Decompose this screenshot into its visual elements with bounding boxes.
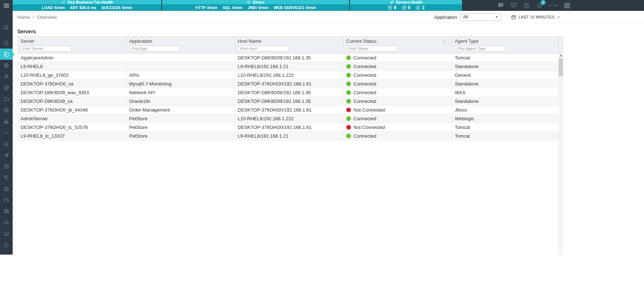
- cell-server: L9-RHEL8: [21, 64, 43, 69]
- cell-server: ApplicareAdmin: [21, 55, 54, 60]
- table-row[interactable]: L9-RHEL8L9-RHEL8/192.168.1.21ConnectedSt…: [17, 62, 559, 71]
- table-row[interactable]: DESKTOP-D8K9D09_saOracle19cDESKTOP-D8K9D…: [17, 97, 559, 106]
- column-header-agent-type[interactable]: Agent Type: [452, 37, 559, 53]
- filter-input-application[interactable]: [129, 46, 180, 51]
- sidebar-search-button[interactable]: [0, 22, 13, 33]
- filter-input-agent-type[interactable]: [455, 46, 505, 51]
- table-scrollbar[interactable]: [558, 54, 563, 255]
- breadcrumb-item-overview[interactable]: Overview: [37, 14, 57, 20]
- status-dot: [346, 64, 351, 69]
- table-row[interactable]: L9-RHEL8_tc_13337PetStoreL9-RHEL8/192.16…: [17, 132, 559, 141]
- filter-input-current-status[interactable]: [346, 46, 397, 51]
- sidebar-item-repository[interactable]: [0, 93, 13, 105]
- sidebar-item-home[interactable]: [0, 37, 13, 49]
- kpi-metric-value: 835.6 ms: [80, 5, 96, 10]
- kpi-metric: SQL0/min: [223, 5, 242, 10]
- calendar-icon: [511, 14, 516, 20]
- status-dot: [346, 81, 351, 86]
- sidebar-item-servers[interactable]: [0, 49, 13, 60]
- cell-application: Order Management: [129, 107, 170, 113]
- cell-server: L9-RHEL8_tc_13337: [21, 133, 64, 139]
- calendar-icon: [3, 163, 9, 169]
- notifications-button[interactable]: 7: [536, 2, 543, 9]
- cell-agent: Standalone: [455, 64, 479, 69]
- help-button[interactable]: [523, 2, 530, 9]
- trend-icon: [3, 130, 9, 136]
- arrow-down-circle-icon: [415, 5, 420, 10]
- notification-badge: 7: [541, 0, 546, 5]
- scrollbar-thumb[interactable]: [559, 58, 563, 76]
- kpi-metric-label: SUCCESS: [101, 5, 120, 10]
- cell-application: PetStore: [129, 116, 148, 121]
- kpi-metric: ART835.6 ms: [70, 5, 96, 10]
- table-row[interactable]: DESKTOP-D8K9D09_was_9353Network APIDESKT…: [17, 88, 559, 97]
- folder-icon: [3, 197, 9, 203]
- dropdown-arrow-icon: [495, 15, 499, 19]
- status-text: Not Connected: [353, 107, 385, 113]
- kpi-panel[interactable]: Key Business Txn HealthLOAD6/minART835.6…: [13, 0, 161, 11]
- table-row[interactable]: DESKTOP-376OHO0_jb_44348Order Management…: [17, 106, 559, 114]
- sidebar-item-transactions[interactable]: [0, 82, 13, 93]
- cell-agent: Standalone: [455, 81, 479, 87]
- sidebar-item-cloud[interactable]: [0, 217, 13, 228]
- kpi-panel[interactable]: ErrorsHTTP0/minSQL0/minJNDI0/minWEB SERV…: [162, 0, 349, 11]
- table-row[interactable]: L10-RHEL8_ge_37802APIsL10-RHEL8/192.168.…: [17, 71, 559, 80]
- cell-host: L10-RHEL8/192.168.1.222: [238, 116, 294, 121]
- table-row[interactable]: ApplicareAdminDESKTOP-D8K9D09/192.168.1.…: [17, 54, 559, 62]
- cell-host: L9-RHEL8/192.168.1.21: [238, 64, 288, 69]
- time-range-select[interactable]: LAST 15 MINUTES: [511, 14, 560, 20]
- sort-chevron-icon[interactable]: [442, 39, 446, 45]
- sidebar-item-applications[interactable]: [0, 60, 13, 71]
- kpi-panel-title: Errors: [253, 0, 264, 4]
- column-label: Agent Type: [455, 38, 479, 44]
- column-header-application[interactable]: Application: [126, 37, 235, 53]
- kpi-metric: SUCCESS6/min: [101, 5, 132, 10]
- table-row[interactable]: AdminServerPetStoreL10-RHEL8/192.168.1.2…: [17, 114, 559, 123]
- table-body: ApplicareAdminDESKTOP-D8K9D09/192.168.1.…: [17, 54, 559, 141]
- sidebar-item-logs[interactable]: [0, 206, 13, 217]
- server-health-down: 2: [415, 5, 424, 10]
- breadcrumb-item-home[interactable]: Home: [17, 14, 30, 20]
- application-select[interactable]: All: [460, 13, 501, 21]
- column-header-current-status[interactable]: Current Status: [343, 37, 452, 53]
- sidebar-item-users[interactable]: [0, 71, 13, 82]
- page-title: Servers: [17, 29, 36, 34]
- sidebar-item-schedules[interactable]: [0, 161, 13, 172]
- sidebar-item-tags[interactable]: [0, 172, 13, 183]
- global-filters: Application All LAST 15 MINUTES: [434, 11, 560, 23]
- sidebar-item-files[interactable]: [0, 194, 13, 206]
- cell-application: Mysql5.7-Monitoring: [129, 81, 171, 87]
- chat-outline-button[interactable]: [510, 2, 517, 9]
- sidebar-item-notifications[interactable]: [0, 150, 13, 161]
- table-row[interactable]: DESKTOP-376OHO0_tc_52576PetStoreDESKTOP-…: [17, 123, 559, 132]
- status-dot: [346, 125, 351, 130]
- scroll-up-button[interactable]: [558, 54, 563, 56]
- table-row[interactable]: DESKTOP-376OHO0_saMysql5.7-MonitoringDES…: [17, 80, 559, 88]
- cell-server: DESKTOP-376OHO0_sa: [21, 81, 73, 87]
- column-header-host-name[interactable]: Host Name: [235, 37, 343, 53]
- sidebar-item-consoles[interactable]: [0, 228, 13, 239]
- more-button[interactable]: [548, 2, 558, 9]
- sidebar-item-about[interactable]: [0, 239, 13, 251]
- sidebar-item-alerts[interactable]: [0, 138, 13, 150]
- sidebar-item-toolbox[interactable]: [0, 183, 13, 194]
- time-range-label: LAST 15 MINUTES: [518, 15, 555, 19]
- trend-icon-white: [61, 0, 66, 4]
- chat-filled-button[interactable]: [497, 2, 504, 9]
- breadcrumb-separator: [33, 16, 34, 18]
- cell-application: Oracle19c: [129, 99, 151, 104]
- kpi-panel[interactable]: Servers Health802: [350, 0, 462, 11]
- home-icon: [3, 40, 9, 46]
- column-header-server[interactable]: Server: [18, 37, 126, 53]
- folder-icon: [3, 96, 9, 102]
- applicare-app-window: Key Business Txn HealthLOAD6/minART835.6…: [0, 0, 644, 255]
- status-text: Connected: [353, 90, 376, 95]
- sidebar-item-integrations[interactable]: [0, 105, 13, 116]
- sidebar-item-reports[interactable]: [0, 116, 13, 127]
- filter-input-server[interactable]: [21, 46, 71, 51]
- hamburger-menu-button[interactable]: [0, 0, 13, 11]
- apps-grid-button[interactable]: [564, 2, 571, 9]
- filter-input-host-name[interactable]: [238, 46, 288, 51]
- sidebar-item-analytics[interactable]: [0, 127, 13, 138]
- kpi-metric: WEB SERVICES0/min: [274, 5, 316, 10]
